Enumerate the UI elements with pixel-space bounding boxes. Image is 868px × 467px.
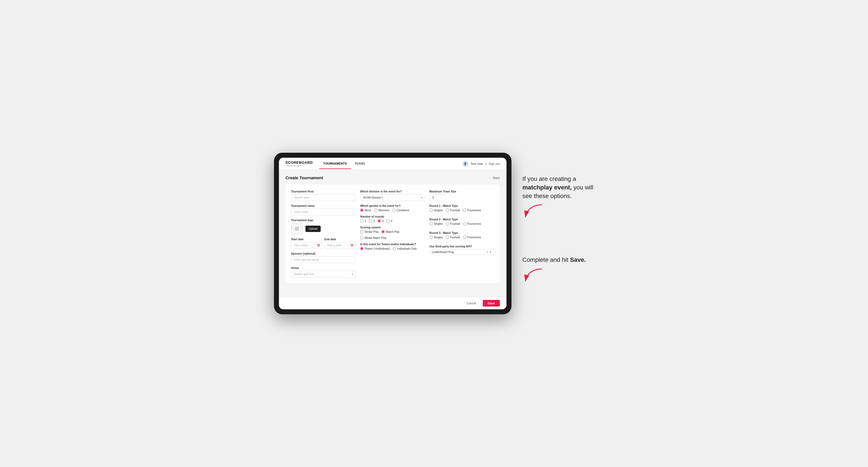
api-group: Use third-party live scoring API? Leader… <box>429 245 494 255</box>
round1-fourball[interactable]: Fourball <box>446 209 460 212</box>
start-date-label: Start date <box>291 238 322 241</box>
gender-womens-radio[interactable] <box>374 209 377 212</box>
annotation-top-text1: If you are creating a <box>523 175 576 182</box>
brand-name: SCOREBOARD <box>285 161 313 165</box>
tournament-name-group: Tournament name <box>291 205 356 215</box>
round2-section: Round 2 - Match Type Singles Fourball <box>429 218 494 225</box>
rounds-4[interactable]: 4 <box>386 219 393 223</box>
tournament-host-label: Tournament Host <box>291 190 356 193</box>
round1-fourball-radio[interactable] <box>446 209 449 212</box>
rounds-1-radio[interactable] <box>360 219 364 223</box>
gender-combined[interactable]: Combined <box>392 209 409 212</box>
round3-foursomes[interactable]: Foursomes <box>463 236 481 239</box>
round3-fourball[interactable]: Fourball <box>446 236 460 239</box>
rounds-group: Number of rounds 1 2 <box>360 215 425 223</box>
venue-group: Venue ▼ <box>291 267 356 278</box>
round1-singles[interactable]: Singles <box>429 209 443 212</box>
navbar: SCOREBOARD Powered by clippit TOURNAMENT… <box>279 158 506 170</box>
round3-section: Round 3 - Match Type Singles Fourball <box>429 231 494 239</box>
gender-label: Which gender is the event for? <box>360 205 425 208</box>
save-button[interactable]: Save <box>483 300 500 307</box>
round3-fourball-radio[interactable] <box>446 236 449 239</box>
teams-teams[interactable]: Teams (+Individuals) <box>360 247 390 250</box>
tournament-logo-label: Tournament logo <box>291 219 356 222</box>
page-title: Create Tournament <box>285 175 323 180</box>
scoring-match-label: Match Play <box>386 230 399 234</box>
upload-button[interactable]: Upload <box>305 226 321 232</box>
nav-link-teams[interactable]: TEAMS <box>351 158 369 169</box>
round3-singles[interactable]: Singles <box>429 236 443 239</box>
round1-foursomes-label: Foursomes <box>467 209 481 212</box>
form-footer: Cancel Save <box>279 297 506 309</box>
form-col-3: Maximum Team Size Round 1 - Match Type S… <box>429 190 494 278</box>
round2-fourball[interactable]: Fourball <box>446 222 460 225</box>
rounds-1[interactable]: 1 <box>360 219 366 223</box>
sign-out-link[interactable]: Sign out <box>489 162 500 165</box>
scoring-stroke[interactable]: Stroke Play <box>360 230 379 234</box>
round2-singles[interactable]: Singles <box>429 222 443 225</box>
round2-foursomes[interactable]: Foursomes <box>463 222 481 225</box>
tournament-name-input[interactable] <box>291 209 356 215</box>
gender-womens[interactable]: Womens <box>374 209 390 212</box>
gender-womens-label: Womens <box>379 209 390 212</box>
round1-singles-radio[interactable] <box>429 209 433 212</box>
rounds-3-label: 3 <box>382 220 383 223</box>
gender-mens[interactable]: Mens <box>360 209 371 212</box>
round1-foursomes[interactable]: Foursomes <box>463 209 481 212</box>
round3-radio-group: Singles Fourball Foursomes <box>429 236 494 239</box>
annotation-bottom-text1: Complete and hit <box>523 256 570 263</box>
teams-individuals[interactable]: Individuals Only <box>393 247 417 250</box>
scoring-medal-radio[interactable] <box>360 236 364 240</box>
annotation-top-bold: matchplay event, <box>523 184 572 191</box>
tournament-host-group: Tournament Host <box>291 190 356 201</box>
gender-combined-label: Combined <box>397 209 409 212</box>
navbar-left: SCOREBOARD Powered by clippit TOURNAMENT… <box>285 158 369 169</box>
round3-foursomes-radio[interactable] <box>463 236 466 239</box>
round3-singles-radio[interactable] <box>429 236 433 239</box>
rounds-2[interactable]: 2 <box>369 219 375 223</box>
round1-singles-label: Singles <box>434 209 443 212</box>
max-team-size-group: Maximum Team Size <box>429 190 494 201</box>
back-button[interactable]: ← Back <box>489 176 500 180</box>
scoring-medal-label: Medal Match Play <box>365 237 386 240</box>
round2-foursomes-radio[interactable] <box>463 222 466 225</box>
scoring-match-radio[interactable] <box>381 230 385 234</box>
user-name: Test User <box>471 162 483 165</box>
api-close-icon[interactable]: ✕ ▼ <box>486 251 492 253</box>
rounds-4-radio[interactable] <box>386 219 390 223</box>
cancel-button[interactable]: Cancel <box>463 300 480 307</box>
api-select-wrapper[interactable]: Leaderboard King ✕ ▼ <box>429 249 494 255</box>
rounds-3-radio[interactable] <box>377 219 381 223</box>
round1-fourball-label: Fourball <box>450 209 460 212</box>
teams-individuals-radio[interactable] <box>393 247 396 250</box>
gender-combined-radio[interactable] <box>392 209 396 212</box>
sponsor-input[interactable] <box>291 256 356 263</box>
rounds-3[interactable]: 3 <box>377 219 383 223</box>
round1-label: Round 1 - Match Type <box>429 205 494 208</box>
tournament-host-input[interactable] <box>291 194 356 201</box>
navbar-right: 👤 Test User | Sign out <box>462 161 500 167</box>
scoring-match[interactable]: Match Play <box>381 230 399 234</box>
nav-link-tournaments[interactable]: TOURNAMENTS <box>319 158 350 169</box>
division-select[interactable]: NCAA Division I <box>360 194 425 201</box>
gender-mens-radio[interactable] <box>360 209 364 212</box>
scoring-stroke-radio[interactable] <box>360 230 364 234</box>
form-col-2: Which division is the event for? NCAA Di… <box>360 190 425 278</box>
teams-teams-radio[interactable] <box>360 247 364 250</box>
gender-mens-label: Mens <box>365 209 371 212</box>
gender-radio-group: Mens Womens Combined <box>360 209 425 212</box>
round2-fourball-radio[interactable] <box>446 222 449 225</box>
end-date-calendar-icon: 📅 <box>350 244 353 247</box>
scoring-medal[interactable]: Medal Match Play <box>360 236 386 240</box>
logo-upload-area: 🖼 Upload <box>291 223 356 235</box>
tablet-screen: SCOREBOARD Powered by clippit TOURNAMENT… <box>279 158 506 309</box>
round2-singles-radio[interactable] <box>429 222 433 225</box>
division-select-wrapper: NCAA Division I ▼ <box>360 194 425 201</box>
round1-foursomes-radio[interactable] <box>463 209 466 212</box>
venue-input[interactable] <box>291 271 356 278</box>
rounds-2-radio[interactable] <box>369 219 372 223</box>
form-col-1: Tournament Host Tournament name Tourname… <box>291 190 356 278</box>
annotation-top: If you are creating a matchplay event, y… <box>523 175 594 223</box>
max-team-size-input[interactable] <box>429 194 446 201</box>
venue-label: Venue <box>291 267 356 270</box>
